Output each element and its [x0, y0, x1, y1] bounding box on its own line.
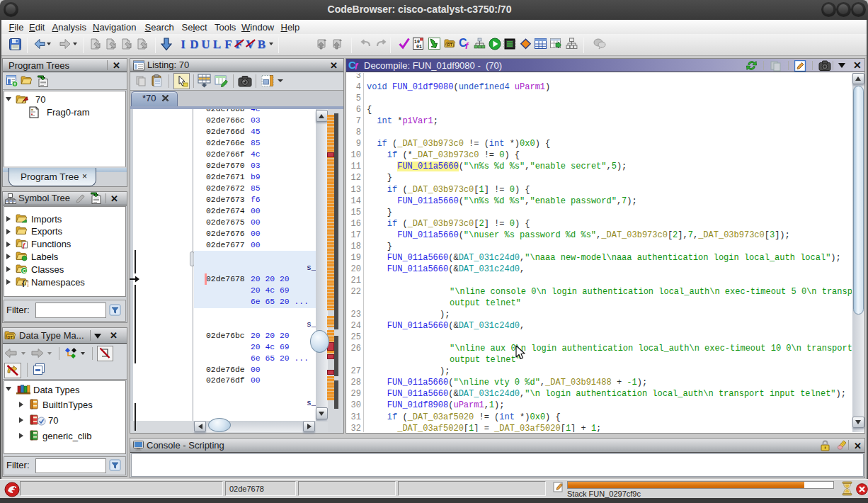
svg-text:{}: {} [21, 280, 28, 287]
svg-text:10: 10 [414, 40, 420, 45]
svg-text:C: C [23, 268, 27, 274]
svg-text:01: 01 [416, 45, 422, 50]
svg-text:DT: DT [7, 335, 13, 339]
svg-text:DT: DT [447, 43, 453, 47]
